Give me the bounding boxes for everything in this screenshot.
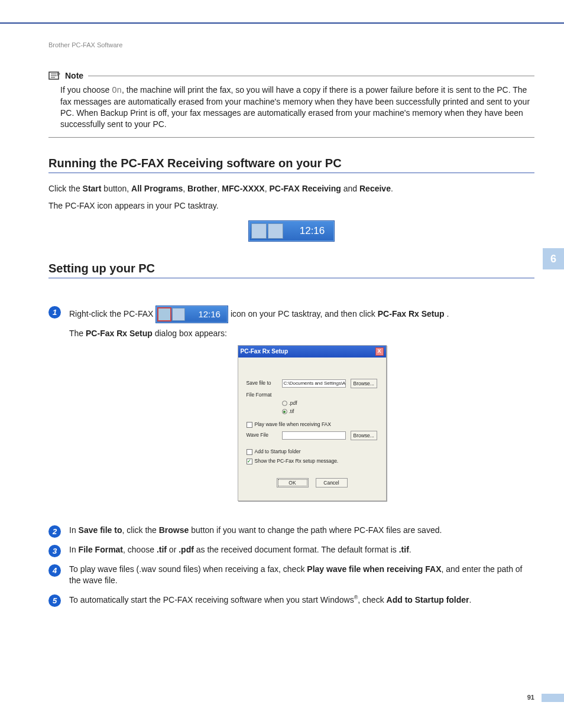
txt: In — [69, 545, 79, 554]
txt: . — [409, 545, 411, 554]
section1-para1: Click the Start button, All Programs, Br… — [48, 183, 534, 195]
step-1: 1 Right-click the PC-FAX 12:16 icon on y… — [48, 306, 534, 518]
txt: To automatically start the PC-FAX receiv… — [69, 594, 354, 604]
note-box: Note If you choose On, the machine will … — [48, 76, 534, 138]
step1-l2c: dialog box appears: — [153, 329, 227, 338]
top-rule — [0, 0, 564, 24]
tasktray: 12:16 — [248, 220, 335, 242]
tif-bold: .tif — [157, 545, 167, 554]
file-format-label: File Format — [247, 392, 277, 399]
txt: as the received document format. The def… — [194, 545, 399, 554]
txt: To play wave files (.wav sound files) wh… — [69, 564, 307, 574]
browse-bold: Browse — [159, 525, 189, 535]
pcfax-rx-setup-label: PC-Fax Rx Setup — [378, 308, 445, 320]
footer-accent — [542, 694, 564, 702]
wave-file-input[interactable] — [282, 431, 346, 440]
mfc-label: MFC-XXXX — [222, 184, 264, 193]
allprograms-label: All Programs — [131, 184, 183, 193]
tasktray-time-inline: 12:16 — [198, 308, 221, 320]
radio-tif-label: .tif — [289, 408, 294, 415]
pcfax-rx-setup-dialog: PC-Fax Rx Setup X Save file to C:\Docume… — [238, 345, 387, 500]
step-4: 4 To play wave files (.wav sound files) … — [48, 564, 534, 587]
ok-button[interactable]: OK — [277, 478, 309, 488]
step1-l2a: The — [69, 329, 86, 338]
pcfax-receiving-label: PC-FAX Receiving — [269, 184, 341, 193]
checkbox-play-wave[interactable] — [247, 422, 252, 428]
step-num-1: 1 — [48, 306, 61, 318]
step1-pre: Right-click the PC-FAX — [69, 308, 153, 320]
step1-l2b: PC-Fax Rx Setup — [86, 329, 153, 338]
close-icon[interactable]: X — [375, 347, 384, 356]
play-wave-bold: Play wave file when receiving FAX — [307, 564, 441, 574]
note-title: Note — [65, 71, 83, 80]
play-wave-label: Play wave file when receiving FAX — [255, 421, 331, 428]
note-text: If you choose On, the machine will print… — [48, 84, 534, 132]
txt: Click the — [48, 184, 83, 193]
page-content: Brother PC-FAX Software Note If you choo… — [0, 24, 564, 625]
tif-bold-2: .tif — [399, 545, 409, 554]
browse-button-1[interactable]: Browse... — [351, 379, 377, 388]
note-icon — [48, 70, 61, 81]
receive-label: Receive — [359, 184, 391, 193]
txt: button, — [101, 184, 131, 193]
step-num-3: 3 — [48, 545, 61, 557]
step-3: 3 In File Format, choose .tif or .pdf as… — [48, 544, 534, 557]
show-msg-label: Show the PC-Fax Rx setup message. — [255, 458, 339, 465]
add-startup-label: Add to Startup folder — [255, 448, 301, 456]
note-text-mono: On — [112, 86, 122, 95]
radio-pdf-label: .pdf — [289, 400, 297, 407]
brother-label: Brother — [187, 184, 218, 193]
dialog-title-text: PC-Fax Rx Setup — [241, 347, 289, 356]
txt: , check — [358, 594, 386, 604]
note-text-p1: If you choose — [60, 85, 112, 95]
tasktray-inline: 12:16 — [155, 306, 228, 323]
step1-tail: . — [447, 308, 449, 320]
pdf-bold: .pdf — [179, 545, 194, 554]
dialog-titlebar: PC-Fax Rx Setup X — [238, 346, 386, 358]
txt: , click the — [122, 525, 159, 535]
step-num-5: 5 — [48, 594, 61, 607]
add-startup-bold: Add to Startup folder — [387, 594, 469, 604]
pcfax-tray-icon-highlight — [158, 308, 171, 321]
note-text-p2: , the machine will print the fax, so you… — [60, 85, 530, 129]
txt: In — [69, 525, 79, 535]
txt: button if you want to change the path wh… — [189, 525, 442, 535]
file-format-bold: File Format — [79, 545, 123, 554]
txt: . — [469, 594, 472, 604]
tray-extra-icon — [172, 308, 185, 321]
step1-mid: icon on your PC tasktray, and then click — [231, 308, 375, 320]
tray-extra-icon — [268, 223, 283, 239]
tasktray-figure: 12:16 — [48, 220, 534, 242]
save-file-to-label: Save file to — [247, 380, 277, 387]
txt: or — [167, 545, 179, 554]
txt: , choose — [123, 545, 157, 554]
checkbox-show-msg[interactable] — [247, 459, 252, 464]
chapter-tab: 6 — [543, 248, 564, 269]
save-file-to-input[interactable]: C:\Documents and Settings\All Use — [282, 379, 346, 388]
section1-heading: Running the PC-FAX Receiving software on… — [48, 157, 534, 173]
step-num-4: 4 — [48, 564, 61, 577]
tasktray-time: 12:16 — [300, 225, 325, 237]
txt: and — [341, 184, 359, 193]
step-5: 5 To automatically start the PC-FAX rece… — [48, 594, 534, 606]
page-footer: 91 — [527, 694, 534, 701]
section1-para2: The PC-FAX icon appears in your PC taskt… — [48, 200, 534, 212]
pcfax-tray-icon — [251, 223, 267, 239]
browse-button-2[interactable]: Browse... — [351, 431, 377, 440]
txt: . — [391, 184, 393, 193]
cancel-button[interactable]: Cancel — [316, 478, 348, 488]
start-label: Start — [83, 184, 102, 193]
txt: , — [183, 184, 187, 193]
checkbox-add-startup[interactable] — [247, 449, 252, 455]
section2-heading: Setting up your PC — [48, 262, 534, 278]
radio-pdf[interactable] — [282, 401, 287, 406]
breadcrumb: Brother PC-FAX Software — [48, 41, 534, 48]
page-number: 91 — [527, 694, 534, 701]
step-2: 2 In Save file to, click the Browse butt… — [48, 525, 534, 537]
radio-tif[interactable] — [282, 409, 287, 414]
step-num-2: 2 — [48, 525, 61, 538]
wave-file-label: Wave File — [247, 432, 277, 439]
save-file-to-bold: Save file to — [79, 525, 122, 535]
